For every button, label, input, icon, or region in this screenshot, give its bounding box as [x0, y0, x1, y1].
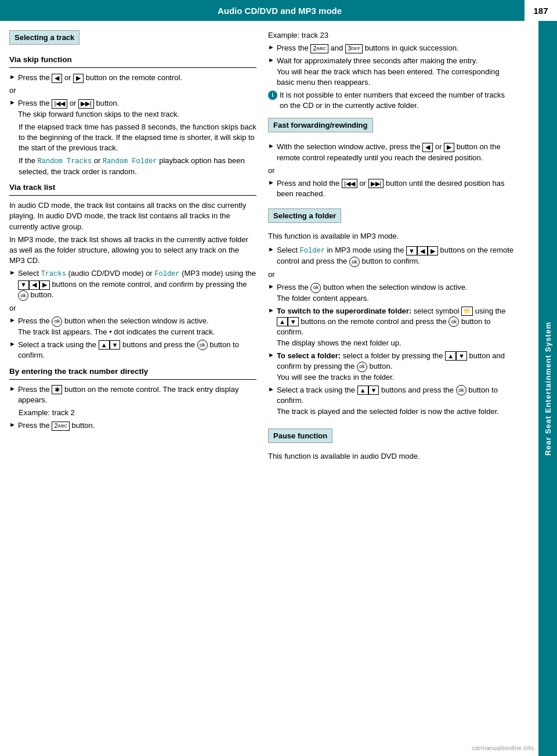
down-btn: ▼: [406, 246, 417, 255]
main-content: Selecting a track Via skip function ► Pr…: [0, 21, 538, 473]
track-list-para2: In MP3 mode, the track list shows all tr…: [9, 235, 256, 267]
sidebar-label: Rear Seat Entertainment System: [538, 21, 557, 756]
bullet-arrow-icon: ►: [9, 385, 16, 392]
example-track-2: Example: track 2: [19, 408, 256, 418]
bullet-arrow-icon: ►: [9, 73, 16, 80]
bullet-arrow-icon: ►: [268, 307, 274, 314]
list-item: ► Select Tracks (audio CD/DVD mode) or F…: [9, 268, 256, 301]
bullet-text: Select a track using the ▲▼ buttons and …: [18, 340, 256, 361]
page-number: 187: [525, 0, 557, 21]
up-btn: ▲: [445, 351, 456, 361]
down-btn: ▼: [288, 317, 299, 326]
bullet-arrow-icon: ►: [9, 340, 16, 347]
bullet-text: Press the 2ABC and 3DEF buttons in quick…: [277, 43, 515, 53]
fast-forward-header: Fast forwarding/rewinding: [268, 118, 373, 132]
up-btn: ▲: [99, 340, 110, 350]
list-item: ► Press and hold the |◀◀ or ▶▶| button u…: [268, 178, 515, 199]
skip-back-button: |◀◀: [52, 99, 67, 109]
sidebar-label-text: Rear Seat Entertainment System: [544, 322, 552, 456]
info-text: It is not possible to enter numbers that…: [280, 90, 515, 111]
bullet-text: Wait for approximately three seconds aft…: [277, 56, 515, 88]
ok-btn: ok: [18, 290, 28, 301]
info-icon: i: [268, 91, 277, 100]
skip-fwd-button: ▶▶|: [78, 99, 94, 109]
folder-symbol: 📁: [461, 307, 473, 316]
bullet-arrow-icon: ►: [9, 99, 16, 106]
or-separator: or: [268, 269, 515, 280]
code-folder: Folder: [154, 270, 179, 278]
list-item: ► Select a track using the ▲▼ buttons an…: [9, 340, 256, 361]
prev-button: ◀: [52, 74, 62, 83]
skip-back-btn: |◀◀: [342, 179, 357, 188]
left-column: Selecting a track Via skip function ► Pr…: [9, 30, 256, 464]
header-bar: Audio CD/DVD and MP3 mode 187: [0, 0, 557, 21]
list-item: ► With the selection window active, pres…: [268, 142, 515, 163]
down-btn: ▼: [110, 340, 121, 350]
ok-btn: ok: [357, 362, 367, 372]
right-btn: ▶: [444, 143, 454, 152]
skip-fwd-btn: ▶▶|: [368, 179, 384, 188]
bullet-text: Press the 2ABC button.: [18, 420, 256, 431]
divider-skip: [9, 67, 256, 68]
via-skip-function-title: Via skip function: [9, 55, 256, 64]
bullet-text: To select a folder: select a folder by p…: [277, 351, 515, 383]
pause-function-header: Pause function: [268, 429, 332, 443]
divider-track-list: [9, 195, 256, 196]
via-track-list-title: Via track list: [9, 183, 256, 192]
list-item: ► To switch to the superordinate folder:…: [268, 306, 515, 348]
ok-btn: ok: [310, 283, 321, 293]
bullet-arrow-icon: ►: [268, 351, 274, 358]
bullet-arrow-icon: ►: [9, 269, 16, 276]
asterisk-btn: ✱: [52, 385, 62, 394]
bullet-arrow-icon: ►: [9, 421, 16, 428]
up-btn: ▲: [357, 386, 368, 395]
header-title: Audio CD/DVD and MP3 mode: [0, 6, 525, 16]
selecting-track-header: Selecting a track: [9, 30, 79, 45]
list-item: ► Press the |◀◀ or ▶▶| button. The skip …: [9, 98, 256, 119]
right-btn: ▶: [39, 280, 50, 290]
divider-enter-track: [9, 379, 256, 380]
two-abc-btn: 2ABC: [52, 422, 70, 431]
list-item: ► To select a folder: select a folder by…: [268, 351, 515, 383]
left-btn: ◀: [422, 143, 433, 152]
info-note: i It is not possible to enter numbers th…: [268, 90, 515, 111]
bullet-text: Select Folder in MP3 mode using the ▼◀▶ …: [277, 245, 515, 267]
list-item: ► Press the ok button when the selection…: [9, 316, 256, 337]
list-item: ► Press the ◀ or ▶ button on the remote …: [9, 73, 256, 83]
bold-label: To select a folder:: [277, 351, 341, 360]
example-track-23: Example: track 23: [268, 30, 515, 41]
bullet-arrow-icon: ►: [268, 179, 274, 186]
watermark: carmanualsonline.info: [472, 744, 534, 751]
bullet-text: Press the ok button when the selection w…: [277, 282, 515, 304]
or-separator: or: [9, 303, 256, 314]
ok-btn: ok: [52, 316, 62, 327]
list-item: ► Select a track using the ▲▼ buttons an…: [268, 385, 515, 417]
list-item: ► Press the 2ABC and 3DEF buttons in qui…: [268, 43, 515, 53]
code-tracks: Tracks: [41, 270, 66, 278]
left-btn: ◀: [417, 246, 428, 255]
bullet-text: Press and hold the |◀◀ or ▶▶| button unt…: [277, 178, 515, 199]
or-separator: or: [9, 85, 256, 96]
bullet-text: Press the ✱ button on the remote control…: [18, 384, 256, 405]
ok-btn: ok: [456, 385, 466, 395]
down-btn: ▼: [368, 386, 379, 395]
list-item: ► Press the 2ABC button.: [9, 420, 256, 431]
next-button: ▶: [73, 74, 84, 83]
list-item: ► Select Folder in MP3 mode using the ▼◀…: [268, 245, 515, 267]
bullet-text: Press the ◀ or ▶ button on the remote co…: [18, 73, 256, 83]
code-folder: Folder: [300, 247, 325, 255]
bullet-text: Select a track using the ▲▼ buttons and …: [277, 385, 515, 417]
or-separator: or: [268, 165, 515, 176]
indent-text: If the Random Tracks or Random Folder pl…: [19, 156, 256, 177]
code-random-folder: Random Folder: [103, 157, 157, 165]
bullet-arrow-icon: ►: [268, 44, 274, 51]
right-btn: ▶: [428, 246, 438, 255]
bullet-arrow-icon: ►: [9, 316, 16, 323]
down-btn: ▼: [18, 280, 29, 290]
two-abc-btn: 2ABC: [310, 44, 328, 53]
up-btn: ▲: [277, 317, 288, 326]
list-item: ► Wait for approximately three seconds a…: [268, 56, 515, 88]
bullet-arrow-icon: ►: [268, 142, 274, 149]
code-random-tracks: Random Tracks: [38, 157, 92, 165]
bullet-text: Select Tracks (audio CD/DVD mode) or Fol…: [18, 268, 256, 301]
